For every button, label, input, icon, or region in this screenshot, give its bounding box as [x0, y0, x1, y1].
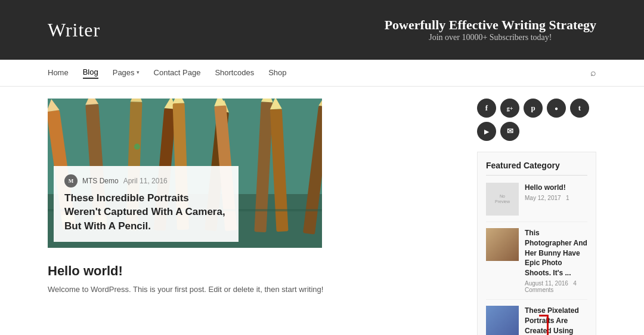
nav-shop[interactable]: Shop — [268, 68, 286, 78]
post-meta: M MTS Demo April 11, 2016 — [64, 174, 228, 188]
pinterest-icon[interactable]: p — [524, 99, 543, 118]
header-banner: Powerfully Effective Writing Strategy Jo… — [385, 17, 596, 42]
nav-shortcodes[interactable]: Shortcodes — [215, 68, 254, 78]
email-icon[interactable]: ✉ — [500, 122, 519, 141]
feat-item-2-title[interactable]: This Photographer And Her Bunny Have Epi… — [525, 228, 587, 278]
google-plus-icon[interactable]: g+ — [500, 99, 519, 118]
featured-item-3: These Pixelated Portraits Are Created Us… — [486, 306, 587, 335]
main-nav: Home Blog Pages ▾ Contact Page Shortcode… — [0, 60, 644, 87]
featured-category-widget: Featured Category NoPreview Hello world!… — [477, 152, 596, 335]
hello-text: Welcome to WordPress. This is your first… — [48, 284, 459, 296]
nav-blog[interactable]: Blog — [83, 67, 98, 79]
avatar: M — [64, 174, 78, 188]
feat-item-3-thumb — [486, 306, 519, 335]
feat-item-2-info: This Photographer And Her Bunny Have Epi… — [519, 228, 587, 293]
post-date: April 11, 2016 — [123, 177, 168, 185]
feat-item-1-info: Hello world! May 12, 2017 1 — [519, 183, 569, 201]
post-title[interactable]: These Incredible Portraits Weren't Captu… — [64, 191, 228, 233]
social-icons-row: f g+ p ● t ▶ ✉ — [477, 99, 596, 141]
featured-image: M MTS Demo April 11, 2016 These Incredib… — [48, 99, 322, 248]
pixelated-thumb-image — [486, 306, 519, 335]
main-layout: M MTS Demo April 11, 2016 These Incredib… — [0, 87, 644, 335]
site-header: Writer Powerfully Effective Writing Stra… — [0, 0, 644, 60]
avatar-initials: M — [69, 178, 74, 184]
chevron-down-icon: ▾ — [137, 69, 140, 75]
instagram-icon[interactable]: ● — [547, 99, 566, 118]
feat-item-1-title[interactable]: Hello world! — [525, 183, 569, 193]
feat-item-2-meta: August 11, 2016 4 Comments — [525, 280, 587, 293]
facebook-icon[interactable]: f — [477, 99, 496, 118]
blog-area: M MTS Demo April 11, 2016 These Incredib… — [48, 99, 459, 335]
twitter-icon[interactable]: t — [570, 99, 589, 118]
site-logo[interactable]: Writer — [48, 19, 100, 41]
widget-title: Featured Category — [486, 161, 587, 176]
feat-item-2-thumb — [486, 228, 519, 261]
feat-item-1-meta: May 12, 2017 1 — [525, 195, 569, 201]
nav-pages[interactable]: Pages ▾ — [113, 68, 140, 78]
no-preview-thumb: NoPreview — [486, 183, 519, 216]
feat-item-3-title[interactable]: These Pixelated Portraits Are Created Us… — [525, 306, 587, 335]
nav-links: Home Blog Pages ▾ Contact Page Shortcode… — [48, 67, 287, 79]
hello-title[interactable]: Hello world! — [48, 263, 459, 279]
banner-title: Powerfully Effective Writing Strategy — [385, 17, 596, 33]
featured-image-wrap: M MTS Demo April 11, 2016 These Incredib… — [48, 99, 459, 248]
banner-subtitle: Join over 10000+ Subscribers today! — [385, 33, 596, 42]
featured-item-1: NoPreview Hello world! May 12, 2017 1 — [486, 183, 587, 222]
sidebar: f g+ p ● t ▶ ✉ Featured Category NoPrevi… — [477, 99, 596, 335]
nav-contact[interactable]: Contact Page — [154, 68, 201, 78]
featured-item-2: This Photographer And Her Bunny Have Epi… — [486, 228, 587, 300]
post-author: MTS Demo — [82, 177, 119, 185]
sidebar-bracket — [539, 315, 549, 335]
nav-home[interactable]: Home — [48, 68, 69, 78]
youtube-icon[interactable]: ▶ — [477, 122, 496, 141]
hello-section: Hello world! Welcome to WordPress. This … — [48, 263, 459, 296]
svg-marker-9 — [131, 99, 143, 102]
post-overlay: M MTS Demo April 11, 2016 These Incredib… — [54, 166, 239, 242]
feat-item-3-info: These Pixelated Portraits Are Created Us… — [519, 306, 587, 335]
search-icon[interactable]: ⌕ — [590, 67, 596, 78]
bunny-thumb-image — [486, 228, 519, 261]
